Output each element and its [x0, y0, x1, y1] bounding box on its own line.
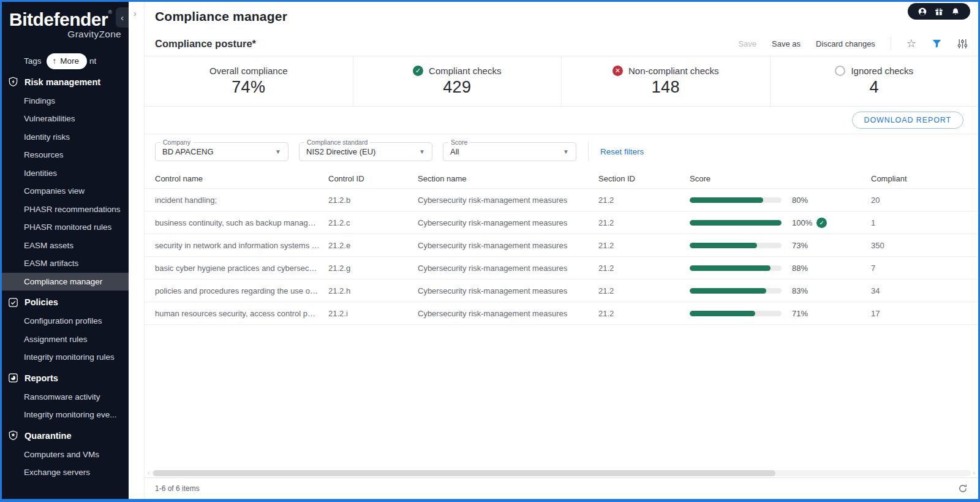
- horizontal-scrollbar[interactable]: ‹ ›: [145, 468, 978, 477]
- cell-score: 83%: [690, 286, 871, 295]
- chevron-down-icon: ▼: [563, 148, 569, 155]
- stat-non-compliant-checks: ✕Non-compliant checks148: [561, 56, 770, 106]
- stat-value: 74%: [232, 78, 265, 97]
- content: Compliance manager Compliance posture* S…: [144, 2, 978, 499]
- scrollbar-thumb[interactable]: [153, 470, 775, 476]
- sidebar-item-easm-artifacts[interactable]: EASM artifacts: [2, 254, 129, 273]
- download-report-button[interactable]: DOWNLOAD REPORT: [852, 112, 963, 129]
- tags-label: Tags: [24, 56, 42, 66]
- column-header-section-name[interactable]: Section name: [418, 174, 598, 183]
- sidebar-item-integrity-monitoring-eve[interactable]: Integrity monitoring eve...: [2, 406, 129, 424]
- chevron-down-icon: ▼: [419, 148, 425, 155]
- score-percent: 73%: [792, 241, 808, 250]
- filters-row: Company BD APACENG ▼ Compliance standard…: [145, 134, 978, 169]
- scroll-right-icon[interactable]: ›: [972, 470, 976, 476]
- sidebar-item-easm-assets[interactable]: EASM assets: [2, 237, 129, 255]
- sidebar-item-computers-and-vms[interactable]: Computers and VMs: [2, 446, 129, 464]
- column-header-score[interactable]: Score: [690, 174, 871, 183]
- column-header-compliant[interactable]: Compliant: [871, 174, 968, 183]
- score-select-value: All: [450, 147, 459, 156]
- stat-label: Ignored checks: [835, 66, 913, 76]
- table-header: Control nameControl IDSection nameSectio…: [145, 169, 978, 189]
- company-select[interactable]: Company BD APACENG ▼: [155, 142, 288, 161]
- table-row-21-2-c[interactable]: business continuity, such as backup mana…: [145, 211, 978, 234]
- cell-section-name: Cybersecurity risk-management measures: [418, 309, 598, 318]
- stat-label: Overall compliance: [209, 66, 288, 76]
- stat-value: 429: [443, 78, 471, 97]
- sidebar-item-integrity-monitoring-rules[interactable]: Integrity monitoring rules: [2, 348, 129, 367]
- cell-control-id: 21.2.i: [328, 309, 418, 318]
- reports-icon: [8, 373, 18, 383]
- sidebar-item-identity-risks[interactable]: Identity risks: [2, 128, 129, 146]
- sidebar-item-assignment-rules[interactable]: Assignment rules: [2, 330, 129, 349]
- gift-icon[interactable]: [935, 7, 943, 16]
- save-button[interactable]: Save: [738, 39, 756, 48]
- scroll-left-icon[interactable]: ‹: [146, 470, 151, 476]
- score-bar: [690, 220, 782, 226]
- cell-control-name: human resources security, access control…: [155, 309, 328, 318]
- filter-funnel-icon[interactable]: [932, 39, 942, 49]
- cell-section-name: Cybersecurity risk-management measures: [418, 241, 598, 250]
- sidebar-section-risk-management[interactable]: Risk management: [2, 72, 129, 92]
- sidebar-item-ransomware-activity[interactable]: Ransomware activity: [2, 388, 129, 406]
- reset-filters-link[interactable]: Reset filters: [600, 147, 644, 156]
- sidebar-section-reports[interactable]: Reports: [2, 368, 129, 388]
- sidebar-item-resources[interactable]: Resources: [2, 146, 129, 164]
- stat-label: ✕Non-compliant checks: [612, 66, 719, 76]
- bell-icon[interactable]: [951, 7, 960, 16]
- sidebar-item-phasr-monitored-rules[interactable]: PHASR monitored rules: [2, 218, 129, 237]
- discard-changes-button[interactable]: Discard changes: [816, 39, 875, 48]
- sidebar-section-quarantine[interactable]: Quarantine: [2, 426, 129, 446]
- sidebar-expand-button[interactable]: ›: [134, 9, 137, 18]
- user-icon[interactable]: [918, 7, 927, 16]
- cell-control-id: 21.2.h: [328, 286, 418, 295]
- sidebar-item-identities[interactable]: Identities: [2, 164, 129, 183]
- table-row-21-2-i[interactable]: human resources security, access control…: [145, 302, 978, 325]
- column-header-section-id[interactable]: Section ID: [598, 174, 690, 183]
- star-icon[interactable]: ☆: [907, 38, 916, 49]
- sidebar-item-vulnerabilities[interactable]: Vulnerabilities: [2, 110, 129, 128]
- cell-control-name: incident handling;: [155, 196, 328, 205]
- tags-label-suffix: nt: [89, 56, 96, 66]
- column-header-control-name[interactable]: Control name: [155, 174, 328, 183]
- sidebar-item-tags[interactable]: Tags ↑ More nt: [2, 52, 129, 70]
- risk-icon: [8, 77, 18, 87]
- posture-toolbar: Compliance posture* Save Save as Discard…: [145, 31, 978, 56]
- score-select[interactable]: Score All ▼: [443, 142, 576, 161]
- posture-actions: Save Save as Discard changes ☆: [738, 37, 968, 50]
- cell-section-id: 21.2: [598, 309, 690, 318]
- table-row-21-2-g[interactable]: basic cyber hygiene practices and cybers…: [145, 257, 978, 280]
- sidebar-gutter: ›: [129, 2, 144, 499]
- items-count: 1-6 of 6 items: [155, 484, 200, 493]
- registered-mark-icon: ®: [108, 9, 111, 15]
- sidebar-item-companies-view[interactable]: Companies view: [2, 182, 129, 200]
- sidebar-section-policies[interactable]: Policies: [2, 292, 129, 312]
- scrollbar-track[interactable]: [152, 470, 970, 476]
- brand-name: Bitdefender®: [9, 10, 121, 29]
- save-as-button[interactable]: Save as: [772, 39, 801, 48]
- sidebar-section-label: Reports: [24, 373, 58, 383]
- column-header-control-id[interactable]: Control ID: [328, 174, 418, 183]
- brand-product: GravityZone: [9, 29, 121, 40]
- cell-score: 71%: [690, 309, 871, 318]
- sidebar-item-compliance-manager[interactable]: Compliance manager: [2, 273, 129, 291]
- refresh-icon[interactable]: [958, 484, 968, 493]
- score-bar: [690, 265, 782, 271]
- posture-title: Compliance posture*: [155, 38, 256, 50]
- settings-sliders-icon[interactable]: [957, 39, 968, 49]
- policies-icon: [8, 297, 18, 308]
- more-button[interactable]: ↑ More: [47, 53, 88, 69]
- stat-label: ✓Compliant checks: [413, 66, 501, 76]
- score-percent: 100%: [792, 218, 812, 227]
- sidebar-item-configuration-profiles[interactable]: Configuration profiles: [2, 312, 129, 330]
- score-bar: [690, 288, 782, 294]
- table-row-21-2-h[interactable]: policies and procedures regarding the us…: [145, 280, 978, 302]
- table-row-21-2-e[interactable]: security in network and information syst…: [145, 234, 978, 257]
- compliance-standard-select[interactable]: Compliance standard NIS2 Directive (EU) …: [299, 142, 432, 161]
- table-row-21-2-b[interactable]: incident handling;21.2.bCybersecurity ri…: [145, 189, 978, 211]
- sidebar-item-exchange-servers[interactable]: Exchange servers: [2, 463, 129, 482]
- sidebar-collapse-button[interactable]: ‹: [116, 7, 129, 28]
- quarantine-icon: [8, 430, 18, 441]
- sidebar-item-phasr-recommendations[interactable]: PHASR recommendations: [2, 200, 129, 219]
- sidebar-item-findings[interactable]: Findings: [2, 92, 129, 110]
